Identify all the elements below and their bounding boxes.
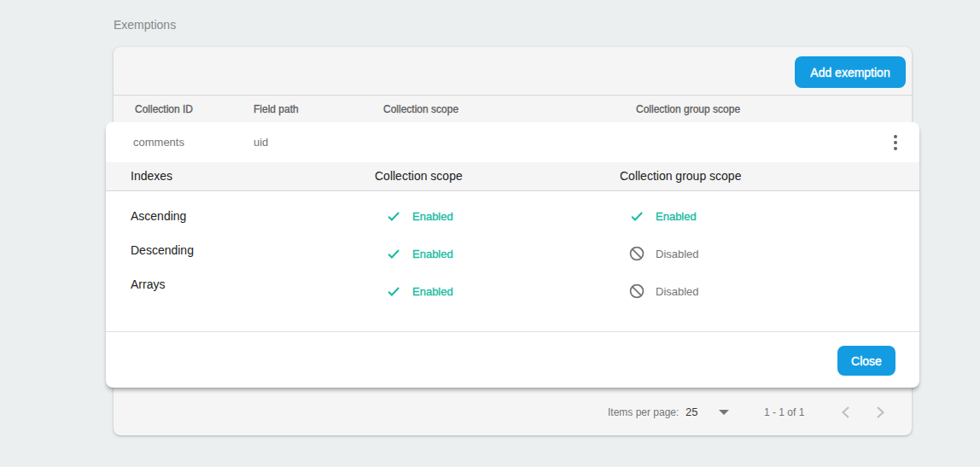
check-icon [386, 283, 401, 299]
dialog-footer-divider [106, 331, 919, 332]
exemption-details-dialog: comments uid Indexes Collection scope Co… [106, 122, 919, 388]
dialog-header-collection-group-scope: Collection group scope [620, 162, 741, 190]
status-arrays-collection-group-scope: Disabled [629, 283, 699, 300]
status-descending-collection-scope: Enabled [386, 245, 453, 262]
status-descending-collection-group-scope: Disabled [629, 245, 699, 262]
status-arrays-collection-scope: Enabled [386, 283, 453, 300]
column-header-collection-group-scope: Collection group scope [636, 102, 740, 116]
dialog-header-collection-scope: Collection scope [375, 162, 463, 190]
kebab-menu-icon[interactable] [888, 130, 903, 155]
add-exemption-button[interactable]: Add exemption [795, 56, 906, 88]
check-icon [386, 246, 401, 261]
previous-page-icon[interactable] [839, 406, 853, 419]
page-range-label: 1 - 1 of 1 [764, 406, 804, 420]
check-icon [386, 208, 401, 224]
index-row-label-descending: Descending [131, 242, 194, 259]
dialog-header-indexes: Indexes [131, 162, 172, 190]
page-title: Exemptions [114, 18, 176, 32]
status-ascending-collection-group-scope: Enabled [629, 207, 697, 225]
column-header-field-path: Field path [254, 102, 299, 116]
page-size-caret-icon[interactable] [719, 410, 729, 415]
close-button[interactable]: Close [837, 346, 895, 376]
block-icon [629, 246, 645, 261]
page-size-value[interactable]: 25 [685, 405, 697, 419]
column-header-collection-scope: Collection scope [383, 102, 458, 116]
dialog-table-header: Indexes Collection scope Collection grou… [106, 162, 919, 191]
items-per-page-label: Items per page: [608, 406, 679, 420]
index-row-label-arrays: Arrays [131, 276, 165, 293]
block-icon [629, 283, 645, 299]
index-row-label-ascending: Ascending [131, 207, 186, 225]
exemption-collection-id: comments [133, 122, 184, 162]
exemption-field-path: uid [254, 122, 268, 162]
next-page-icon[interactable] [873, 406, 887, 419]
status-ascending-collection-scope: Enabled [386, 207, 453, 225]
check-icon [629, 208, 645, 224]
toolbar-divider [114, 95, 912, 96]
column-header-collection-id: Collection ID [135, 102, 193, 116]
